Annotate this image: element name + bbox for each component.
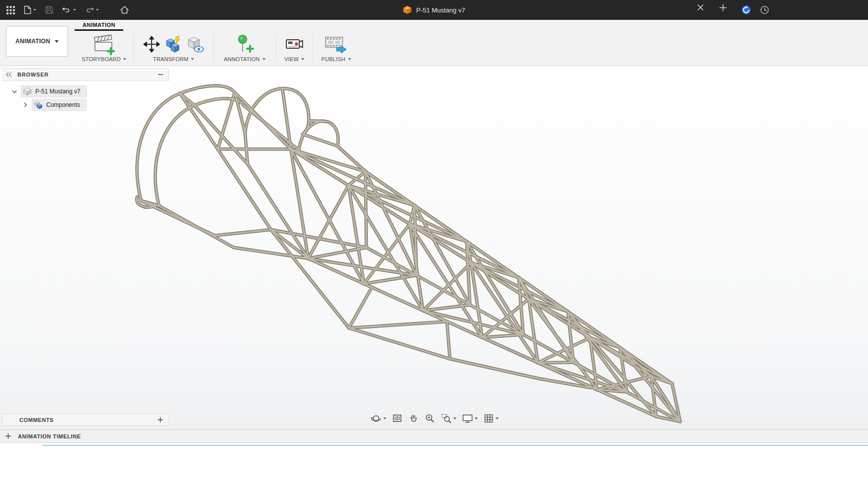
dropdown-caret-icon [73,9,76,11]
tree-item-label: P-51 Mustang v7 [35,88,81,95]
browser-collapse-icon[interactable] [5,71,12,78]
view-menu-button[interactable]: VIEW [284,56,304,62]
group-label-text: STORYBOARD [82,56,121,62]
transform-components-icon[interactable] [164,35,182,53]
browser-header: BROWSER [2,68,169,81]
toolbar-ribbon: ANIMATION ANIMATION [0,20,868,66]
undo-icon [62,6,71,13]
titlebar: P-51 Mustang v7 [0,0,868,20]
history-clock-icon[interactable] [760,5,769,14]
view-camera-icon[interactable] [285,37,303,52]
dropdown-caret-icon [123,58,126,60]
zoom-window-icon[interactable] [439,412,458,425]
annotation-pin-icon[interactable] [235,34,255,55]
browser-tree: P-51 Mustang v7 [2,81,169,111]
comments-label: COMMENTS [19,417,157,423]
group-storyboard: STORYBOARD [75,31,133,66]
storyboard-menu-button[interactable]: STORYBOARD [82,56,126,62]
pan-hand-icon[interactable] [407,412,421,425]
timeline-expand-icon[interactable] [5,433,11,439]
workspace-selector-label: ANIMATION [15,38,50,45]
document-tab[interactable]: P-51 Mustang v7 [403,0,465,20]
viewport-navbar [369,412,500,425]
undo-button[interactable] [60,4,79,15]
group-label-text: VIEW [284,56,299,62]
dropdown-caret-icon [496,417,499,419]
save-icon[interactable] [43,4,56,16]
tree-row-components[interactable]: Components [2,99,169,111]
viewport-canvas[interactable] [0,66,868,429]
dropdown-caret-icon [475,417,478,419]
ribbon-groups: STORYBOARD [75,31,359,66]
components-folder-icon [34,100,43,109]
app-grid-icon[interactable] [4,4,17,16]
dropdown-caret-icon [33,9,36,11]
dropdown-caret-icon [55,40,59,43]
group-annotation: ANNOTATION [214,31,275,66]
file-menu-button[interactable] [21,3,39,16]
group-label-text: ANNOTATION [224,56,260,62]
sync-status-icon[interactable] [741,5,751,15]
timeline-label: ANIMATION TIMELINE [18,433,81,439]
group-label-text: TRANSFORM [153,56,188,62]
grid-layout-icon[interactable] [482,412,500,425]
chevron-right-icon[interactable] [22,101,29,108]
group-label-text: PUBLISH [321,56,345,62]
dropdown-caret-icon [191,58,194,60]
group-view: VIEW [276,31,313,66]
timeline-scrub-track[interactable] [42,445,868,446]
document-title: P-51 Mustang v7 [416,6,465,14]
ribbon-tabs: ANIMATION [75,20,123,31]
file-icon [24,5,31,14]
browser-panel: BROWSER [2,68,169,112]
orbit-icon[interactable] [369,412,388,425]
tree-item-label: Components [46,101,80,108]
annotation-menu-button[interactable]: ANNOTATION [224,56,265,62]
home-icon[interactable] [117,3,132,16]
storyboard-clapperboard-icon[interactable] [92,33,115,56]
group-publish: PUBLISH [313,31,359,66]
transform-visibility-icon[interactable] [186,35,204,53]
dropdown-caret-icon [262,58,265,60]
comments-bar[interactable]: COMMENTS [2,414,169,426]
dropdown-caret-icon [301,58,304,60]
publish-menu-button[interactable]: PUBLISH [321,56,350,62]
zoom-icon[interactable] [423,412,437,425]
close-tab-icon[interactable] [697,4,704,11]
browser-minimize-icon[interactable] [158,72,164,78]
workspace-selector[interactable]: ANIMATION [6,26,68,57]
transform-move-icon[interactable] [143,36,160,53]
titlebar-left-tools [4,0,136,20]
redo-button[interactable] [83,4,101,15]
redo-icon [85,6,94,13]
chevron-down-icon[interactable] [11,88,18,95]
look-at-icon[interactable] [390,412,404,425]
add-comment-icon[interactable] [157,417,164,423]
transform-menu-button[interactable]: TRANSFORM [153,56,194,62]
dropdown-caret-icon [453,417,456,419]
display-settings-icon[interactable] [460,412,479,425]
group-transform: TRANSFORM [134,31,213,66]
document-cube-icon [403,5,412,14]
browser-title: BROWSER [17,72,158,78]
new-tab-icon[interactable] [719,4,727,11]
dropdown-caret-icon [96,9,99,11]
dropdown-caret-icon [383,417,386,419]
tab-animation[interactable]: ANIMATION [75,20,123,31]
root-component-icon [23,87,32,96]
dropdown-caret-icon [348,58,351,60]
animation-timeline-bar[interactable]: ANIMATION TIMELINE [0,429,868,443]
publish-filmstrip-icon[interactable] [325,34,347,54]
tree-row-root-component[interactable]: P-51 Mustang v7 [2,85,169,97]
